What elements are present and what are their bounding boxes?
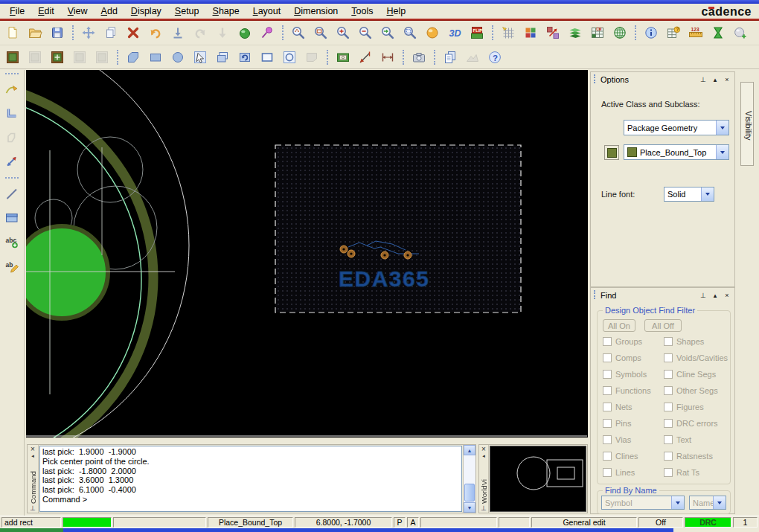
help-button[interactable]: ? [486,48,504,66]
dropdown-arrow-icon[interactable] [701,188,714,201]
waive-drc-button[interactable] [709,24,727,42]
copy-button[interactable] [102,24,120,42]
command-panel-grip[interactable]: × ◂ Command ⊥ [28,445,39,513]
vertex-tool-button[interactable] [3,153,21,170]
zoom-selection-button[interactable] [401,24,419,42]
open-drawing-button[interactable] [26,24,44,42]
flip-design-button[interactable]: FLIP [468,24,486,42]
assign-color-button[interactable] [731,24,749,42]
world-view-pin-icon[interactable]: ⊥ [481,505,487,512]
scroll-up-icon[interactable]: ▲ [464,445,475,455]
options-pin-icon[interactable]: ⊥ [699,75,708,84]
menu-layout[interactable]: Layout [246,4,288,18]
shape-edit-boundary-button[interactable] [48,48,66,66]
color-dialog-button[interactable] [522,24,539,42]
options-close-icon[interactable]: × [723,75,731,84]
copy-properties-button[interactable] [441,48,459,66]
shape-polygon-button[interactable] [124,48,142,66]
add-connect-button[interactable] [3,105,21,123]
active-subclass-dropdown[interactable]: Place_Bound_Top [624,144,729,160]
undo-button[interactable] [147,24,164,42]
line-font-dropdown[interactable]: Solid [664,187,714,202]
add-rectangle-button[interactable] [3,209,21,227]
3d-view-button[interactable]: 3D [446,24,464,42]
zoom-in-button[interactable] [334,24,352,42]
scroll-down-icon[interactable]: ▼ [464,502,475,513]
cam-button[interactable] [334,48,352,66]
world-view-map[interactable] [490,446,586,512]
visibility-tab[interactable]: Visibility [740,82,754,166]
shape-copy-button[interactable] [214,48,231,66]
show-element-button[interactable] [642,24,660,42]
find-close-icon[interactable]: × [723,291,731,300]
fix-button[interactable] [169,24,187,42]
rectangle-outline-button[interactable] [258,48,276,66]
command-collapse-icon[interactable]: ◂ [31,453,34,459]
design-canvas[interactable]: EDA365 [26,70,588,438]
world-view-close-icon[interactable]: × [481,446,486,453]
options-panel-header[interactable]: Options ⊥ ▴ × [591,72,734,86]
add-line-button[interactable] [3,185,21,203]
menu-view[interactable]: View [61,4,95,18]
menu-setup[interactable]: Setup [168,4,206,18]
find-pin-icon[interactable]: ⊥ [699,291,708,300]
find-panel-header[interactable]: Find ⊥ ▴ × [591,288,734,301]
status-p-button[interactable]: P [394,517,406,528]
zoom-out-button[interactable] [356,24,374,42]
command-close-icon[interactable]: × [31,446,35,453]
snapshot-button[interactable] [410,48,428,66]
world-view-toggle-button[interactable] [611,24,629,42]
find-shade-icon[interactable]: ▴ [711,291,720,300]
world-view-grip[interactable]: × ◂ WorldVi ⊥ [479,445,489,513]
menu-help[interactable]: Help [380,4,412,18]
cross-section-button[interactable]: CM [589,24,606,42]
redraw-button[interactable] [423,24,441,42]
color-swap-button[interactable] [544,24,562,42]
circle-outline-button[interactable] [281,48,298,66]
status-a-button[interactable]: A [407,517,419,528]
delete-button[interactable] [124,24,142,42]
show-properties-button[interactable]: ? [664,24,682,42]
edit-text-button[interactable]: ab [3,257,21,275]
command-output[interactable]: last pick: 1.9000 -1.9000Pick center poi… [39,446,462,512]
subclass-color-swatch[interactable] [604,145,619,160]
shape-rectangular-button[interactable] [147,48,164,66]
slide-button[interactable] [236,24,254,42]
zoom-previous-button[interactable] [379,24,397,42]
dropdown-arrow-icon[interactable] [716,145,728,159]
command-pin-icon[interactable]: ⊥ [30,505,36,512]
options-shade-icon[interactable]: ▴ [711,75,720,84]
menu-shape[interactable]: Shape [206,4,246,18]
active-class-dropdown[interactable]: Package Geometry [624,120,729,135]
dimension-pointer-button[interactable] [356,48,374,66]
new-drawing-button[interactable] [4,24,22,42]
menu-edit[interactable]: Edit [31,4,61,18]
status-drc-indicator[interactable]: DRC [685,517,731,528]
scrollbar-thumb[interactable] [464,484,475,501]
dropdown-arrow-icon[interactable] [716,121,728,135]
move-button[interactable] [80,24,97,42]
menu-tools[interactable]: Tools [345,4,380,18]
menu-add[interactable]: Add [95,4,124,18]
shape-circular-button[interactable] [169,48,187,66]
scrollbar-track[interactable] [464,455,475,502]
menu-file[interactable]: File [3,4,31,18]
pin-button[interactable] [258,24,276,42]
menu-display[interactable]: Display [124,4,168,18]
shadow-mode-button[interactable] [566,24,584,42]
shape-add-button[interactable] [4,48,22,66]
dimension-linear-button[interactable] [379,48,397,66]
world-view-collapse-icon[interactable]: ◂ [482,453,485,459]
grid-toggle-button[interactable] [499,24,517,42]
world-view-window-rect[interactable] [557,467,574,479]
zoom-points-button[interactable] [289,24,307,42]
command-scrollbar[interactable]: ▲ ▼ [463,445,475,513]
save-drawing-button[interactable] [48,24,66,42]
shape-select-button[interactable] [191,48,209,66]
menu-dimension[interactable]: Dimension [287,4,345,18]
zoom-fit-button[interactable] [312,24,330,42]
slide-tool-button[interactable] [3,81,21,99]
add-text-button[interactable]: abc [3,233,21,251]
measure-button[interactable]: 123 [687,24,705,42]
shape-transform-button[interactable] [236,48,254,66]
